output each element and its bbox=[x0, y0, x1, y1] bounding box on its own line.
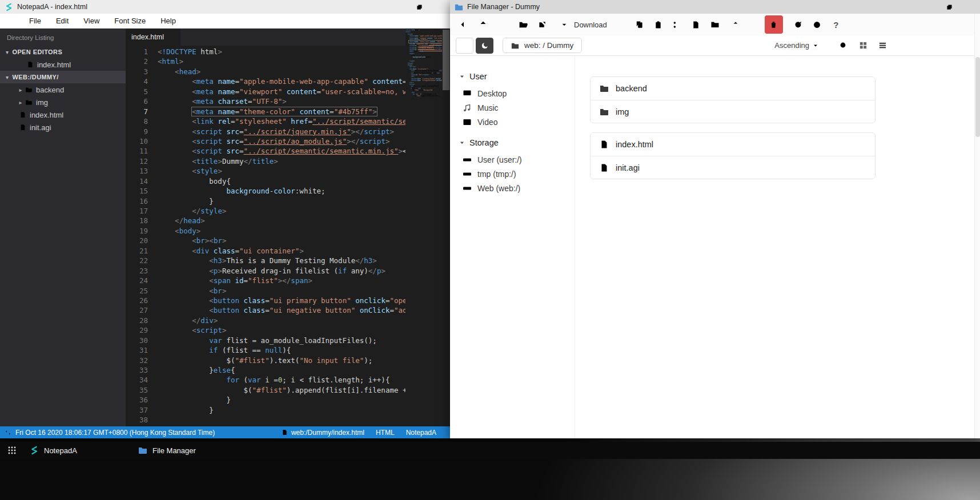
file-icon bbox=[282, 429, 288, 436]
menu-view[interactable]: View bbox=[76, 17, 107, 25]
line-number: 38 bbox=[126, 415, 148, 425]
open-in-new-window-button[interactable] bbox=[533, 15, 551, 34]
file-group: index.html init.agi bbox=[590, 132, 875, 179]
sidebar-item-music[interactable]: Music bbox=[459, 101, 575, 115]
app-drawer-button[interactable] bbox=[0, 442, 24, 459]
scrollbar-thumb[interactable] bbox=[975, 57, 980, 137]
sidebar-item-video[interactable]: Video bbox=[459, 115, 575, 129]
sidebar-section-storage[interactable]: Storage bbox=[459, 137, 575, 148]
close-icon[interactable] bbox=[169, 34, 175, 40]
menu-file[interactable]: File bbox=[22, 17, 49, 25]
minimap[interactable]: <!DOCTYPE html><html> <head> <meta name=… bbox=[405, 29, 442, 426]
chevron-right-icon: ▸ bbox=[17, 99, 24, 106]
open-editor-item[interactable]: index.html bbox=[0, 58, 126, 71]
menu-edit[interactable]: Edit bbox=[49, 17, 76, 25]
line-number: 12 bbox=[126, 156, 148, 166]
notepada-titlebar[interactable]: NotepadA - index.html bbox=[0, 0, 450, 14]
line-number: 8 bbox=[126, 116, 148, 126]
close-button[interactable] bbox=[429, 0, 450, 14]
file-row-backend[interactable]: backend bbox=[591, 77, 875, 100]
tree-item-backend[interactable]: ▸ backend bbox=[0, 83, 126, 96]
file-row-img[interactable]: img bbox=[591, 100, 875, 123]
line-number: 35 bbox=[126, 385, 148, 395]
dark-mode-toggle[interactable] bbox=[476, 38, 493, 54]
search-button[interactable] bbox=[836, 38, 851, 53]
moon-icon bbox=[481, 42, 489, 50]
folder-open-icon bbox=[519, 20, 528, 30]
close-button[interactable] bbox=[959, 0, 980, 14]
editor-scrollbar[interactable] bbox=[442, 29, 450, 426]
open-editors-header[interactable]: ▾ OPEN EDITORS bbox=[0, 46, 126, 58]
line-number: 31 bbox=[126, 345, 148, 355]
sidebar-item-desktop[interactable]: Desktop bbox=[459, 87, 575, 100]
search-icon bbox=[839, 41, 848, 50]
sidebar-item-web-drive[interactable]: Web (web:/) bbox=[459, 182, 575, 195]
line-number: 34 bbox=[126, 375, 148, 385]
folder-solid-icon bbox=[600, 84, 609, 93]
taskbar-item-filemanager[interactable]: File Manager bbox=[132, 442, 241, 459]
tree-item-index-html[interactable]: index.html bbox=[0, 108, 126, 121]
text-cursor-icon bbox=[750, 21, 758, 29]
file-row-init-agi[interactable]: init.agi bbox=[591, 156, 875, 179]
file-icon bbox=[27, 61, 34, 68]
sidebar-item-tmp-drive[interactable]: tmp (tmp:/) bbox=[459, 167, 575, 181]
back-button[interactable] bbox=[456, 15, 473, 34]
breadcrumb[interactable]: web: / Dummy bbox=[503, 38, 582, 53]
filemanager-app-icon bbox=[455, 3, 463, 11]
tree-item-init-agi[interactable]: init.agi bbox=[0, 121, 126, 134]
copy-button[interactable] bbox=[631, 15, 648, 34]
paste-button[interactable] bbox=[650, 15, 667, 34]
minimize-button[interactable] bbox=[388, 0, 409, 14]
up-button[interactable] bbox=[475, 15, 492, 34]
restore-button[interactable] bbox=[409, 0, 429, 14]
scrollbar-thumb[interactable] bbox=[443, 30, 449, 90]
tab-index-html[interactable]: index.html bbox=[126, 29, 180, 46]
line-number: 30 bbox=[126, 336, 148, 345]
menu-button[interactable] bbox=[456, 38, 473, 54]
scissors-icon bbox=[673, 21, 681, 29]
window-controls bbox=[918, 0, 980, 14]
list-icon bbox=[878, 41, 887, 50]
tree-item-img[interactable]: ▸ img bbox=[0, 96, 126, 108]
code-line bbox=[405, 101, 442, 103]
folder-icon bbox=[25, 86, 33, 94]
download-button[interactable]: Download bbox=[554, 15, 615, 34]
grid-view-button[interactable] bbox=[856, 38, 870, 53]
list-view-button[interactable] bbox=[875, 38, 890, 53]
taskbar-item-notepada[interactable]: NotepadA bbox=[24, 442, 132, 459]
open-button[interactable] bbox=[515, 15, 532, 34]
minimize-button[interactable] bbox=[918, 0, 939, 14]
window-title: File Manager - Dummy bbox=[467, 3, 540, 11]
properties-button[interactable] bbox=[809, 15, 826, 34]
refresh-button[interactable] bbox=[790, 15, 807, 34]
delete-button[interactable] bbox=[765, 15, 783, 34]
editor-gutter: 1234567891011121314151617181920212223242… bbox=[126, 46, 153, 426]
rename-button[interactable] bbox=[746, 15, 763, 34]
sort-order-dropdown[interactable]: Ascending bbox=[774, 41, 819, 50]
file-explorer-sidebar: Directory Listing ▾ OPEN EDITORS index.h… bbox=[0, 29, 126, 426]
file-row-index-html[interactable]: index.html bbox=[591, 133, 875, 156]
copy-icon bbox=[635, 21, 644, 29]
workspace-root-header[interactable]: ▾ WEB:/DUMMY/ bbox=[0, 71, 126, 83]
chevron-right-icon: ▸ bbox=[17, 87, 24, 93]
folder-solid-icon bbox=[600, 107, 609, 116]
hdd-icon bbox=[463, 170, 472, 179]
grid-icon bbox=[859, 41, 867, 50]
new-folder-button[interactable] bbox=[706, 15, 724, 34]
external-link-icon bbox=[538, 21, 547, 29]
window-controls bbox=[388, 0, 450, 14]
filemanager-scrollbar[interactable] bbox=[974, 14, 980, 438]
upload-button[interactable] bbox=[727, 15, 744, 34]
menu-font-size[interactable]: Font Size bbox=[107, 17, 153, 25]
menu-help[interactable]: Help bbox=[153, 17, 183, 25]
close-icon[interactable] bbox=[17, 62, 23, 68]
sidebar-section-user[interactable]: User bbox=[459, 71, 575, 82]
help-button[interactable]: ? bbox=[828, 15, 845, 34]
cut-button[interactable] bbox=[669, 15, 686, 34]
restore-button[interactable] bbox=[939, 0, 959, 14]
sidebar-item-user-drive[interactable]: User (user:/) bbox=[459, 153, 575, 167]
monitor-icon bbox=[463, 89, 472, 98]
file-plain-icon bbox=[600, 163, 609, 172]
new-file-button[interactable] bbox=[688, 15, 705, 34]
filemanager-titlebar[interactable]: File Manager - Dummy bbox=[450, 0, 980, 14]
